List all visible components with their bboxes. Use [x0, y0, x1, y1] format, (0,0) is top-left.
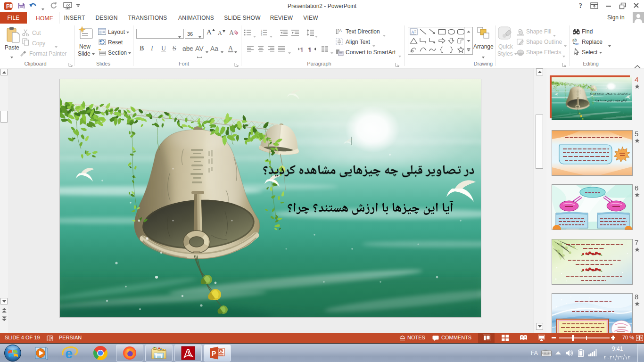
- svg-text:ac: ac: [575, 41, 579, 46]
- svg-text:¶: ¶: [300, 47, 303, 52]
- svg-text:A: A: [411, 30, 414, 34]
- svg-text:A: A: [229, 29, 234, 36]
- svg-text:?: ?: [579, 2, 582, 9]
- svg-text:A: A: [339, 28, 342, 33]
- svg-text:3: 3: [261, 34, 263, 36]
- svg-text:¶: ¶: [308, 47, 311, 52]
- svg-text:P: P: [212, 350, 216, 357]
